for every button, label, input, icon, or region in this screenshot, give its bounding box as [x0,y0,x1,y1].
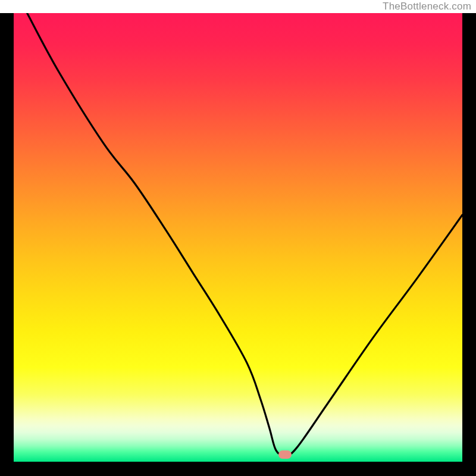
chart-frame: TheBottleneck.com [0,0,476,476]
plot-svg [14,13,462,462]
optimum-marker [278,450,292,459]
plot-area [14,13,462,462]
watermark-text: TheBottleneck.com [383,0,471,13]
top-bar: TheBottleneck.com [0,0,476,13]
gradient-background [14,13,462,462]
